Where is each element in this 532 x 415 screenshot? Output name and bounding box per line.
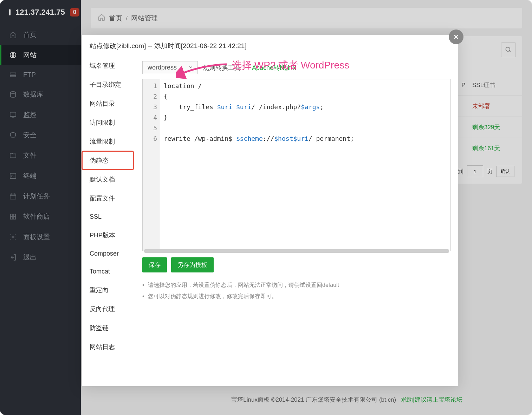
svg-rect-5 bbox=[10, 173, 16, 179]
sidebar-item-label: 网站 bbox=[23, 51, 37, 60]
select-value: wordpress bbox=[148, 64, 177, 71]
sidebar-item-folder[interactable]: 文件 bbox=[0, 145, 81, 166]
ssl-cell: 未部署 bbox=[472, 102, 514, 110]
tab-item[interactable]: 访问限制 bbox=[82, 113, 134, 132]
modal-content: wordpress 规则转换工具： Apache转Nginx 1 2 3 4 5… bbox=[134, 55, 458, 386]
sidebar-item-label: 终端 bbox=[23, 171, 37, 180]
ssl-cell: 剩余161天 bbox=[472, 144, 514, 152]
sidebar-item-label: FTP bbox=[23, 71, 36, 79]
crumb-page: 网站管理 bbox=[131, 14, 158, 23]
save-button[interactable]: 保存 bbox=[142, 257, 167, 272]
hints: 请选择您的应用，若设置伪静态后，网站无法正常访问，请尝试设置回default您可… bbox=[142, 279, 451, 302]
footer-link[interactable]: 求助|建议请上宝塔论坛 bbox=[401, 396, 462, 403]
monitor-icon bbox=[9, 111, 17, 119]
tab-item[interactable]: Tomcat bbox=[82, 263, 134, 281]
sidebar-item-label: 安全 bbox=[23, 131, 37, 140]
code-editor[interactable]: 1 2 3 4 5 6 location / { try_files $uri … bbox=[142, 79, 451, 251]
svg-rect-8 bbox=[13, 214, 15, 216]
tab-item[interactable]: SSL bbox=[82, 208, 134, 226]
home-icon bbox=[98, 13, 105, 23]
sidebar-item-label: 文件 bbox=[23, 151, 37, 160]
sidebar-item-calendar[interactable]: 计划任务 bbox=[0, 186, 81, 206]
footer-text: 宝塔Linux面板 ©2014-2021 广东堡塔安全技术有限公司 (bt.cn… bbox=[231, 396, 396, 403]
sidebar: 121.37.241.75 0 首页网站FTP数据库监控安全文件终端计划任务软件… bbox=[0, 0, 81, 415]
notification-badge[interactable]: 0 bbox=[70, 8, 79, 17]
tab-item[interactable]: PHP版本 bbox=[82, 226, 134, 245]
tab-item[interactable]: 反向代理 bbox=[82, 299, 134, 318]
svg-rect-7 bbox=[11, 214, 13, 216]
crumb-home[interactable]: 首页 bbox=[109, 14, 122, 23]
sidebar-item-label: 首页 bbox=[23, 30, 37, 39]
svg-point-11 bbox=[12, 236, 14, 238]
tab-item[interactable]: 默认文档 bbox=[82, 170, 134, 189]
breadcrumb: 首页 / 网站管理 bbox=[91, 8, 522, 28]
tab-item[interactable]: 域名管理 bbox=[82, 56, 134, 75]
search-button[interactable] bbox=[501, 42, 516, 57]
tab-item[interactable]: 伪静态 bbox=[82, 151, 134, 170]
calendar-icon bbox=[9, 192, 17, 200]
modal-tabs: 域名管理子目录绑定网站目录访问限制流量限制伪静态默认文档配置文件SSLPHP版本… bbox=[82, 55, 134, 386]
tab-item[interactable]: 防盗链 bbox=[82, 318, 134, 337]
database-icon bbox=[9, 91, 17, 98]
tab-item[interactable]: 网站目录 bbox=[82, 94, 134, 113]
globe-icon bbox=[9, 51, 17, 59]
server-ip: 121.37.241.75 bbox=[15, 8, 65, 17]
sidebar-item-label: 面板设置 bbox=[23, 232, 50, 242]
apps-icon bbox=[9, 213, 17, 220]
logout-icon bbox=[9, 253, 17, 261]
modal-title: 站点修改[zibll.com] -- 添加时间[2021-06-22 21:42… bbox=[82, 35, 458, 57]
footer: 宝塔Linux面板 ©2014-2021 广东堡塔安全技术有限公司 (bt.cn… bbox=[162, 396, 532, 404]
tab-item[interactable]: Composer bbox=[82, 245, 134, 263]
svg-rect-10 bbox=[13, 217, 15, 219]
pager-input[interactable] bbox=[467, 165, 483, 177]
shield-icon bbox=[9, 131, 17, 139]
svg-point-3 bbox=[11, 92, 16, 94]
site-edit-modal: 站点修改[zibll.com] -- 添加时间[2021-06-22 21:42… bbox=[82, 35, 458, 386]
sidebar-item-globe[interactable]: 网站 bbox=[0, 45, 81, 65]
save-as-template-button[interactable]: 另存为模板 bbox=[171, 257, 214, 272]
tab-item[interactable]: 子目录绑定 bbox=[82, 75, 134, 94]
col-ssl: SSL证书 bbox=[472, 81, 514, 89]
ssl-cell: 剩余329天 bbox=[472, 123, 514, 131]
sidebar-header: 121.37.241.75 0 bbox=[0, 0, 81, 25]
ftp-icon bbox=[9, 71, 17, 79]
tab-item[interactable]: 流量限制 bbox=[82, 132, 134, 151]
hint-item: 请选择您的应用，若设置伪静态后，网站无法正常访问，请尝试设置回default bbox=[142, 279, 451, 291]
svg-point-12 bbox=[506, 47, 510, 52]
sidebar-item-monitor[interactable]: 监控 bbox=[0, 105, 81, 125]
tab-item[interactable]: 重定向 bbox=[82, 281, 134, 299]
close-icon[interactable] bbox=[449, 29, 463, 44]
svg-rect-4 bbox=[10, 112, 16, 117]
code-text[interactable]: location / { try_files $uri $uri/ /index… bbox=[143, 79, 450, 144]
svg-rect-6 bbox=[10, 194, 16, 199]
sidebar-item-apps[interactable]: 软件商店 bbox=[0, 206, 81, 227]
svg-rect-9 bbox=[11, 217, 13, 219]
monitor-icon bbox=[9, 9, 11, 15]
sidebar-item-label: 数据库 bbox=[23, 90, 43, 99]
sidebar-item-label: 软件商店 bbox=[23, 212, 50, 221]
annotation-arrow-icon bbox=[176, 61, 228, 81]
sidebar-item-logout[interactable]: 退出 bbox=[0, 247, 81, 268]
sidebar-item-label: 监控 bbox=[23, 110, 37, 119]
gear-icon bbox=[9, 233, 17, 241]
hint-item: 您可以对伪静态规则进行修改，修改完后保存即可。 bbox=[142, 291, 451, 302]
svg-rect-1 bbox=[10, 73, 16, 74]
sidebar-item-shield[interactable]: 安全 bbox=[0, 125, 81, 145]
sidebar-item-ftp[interactable]: FTP bbox=[0, 65, 81, 84]
svg-rect-2 bbox=[10, 75, 16, 77]
folder-icon bbox=[9, 152, 17, 159]
sidebar-item-terminal[interactable]: 终端 bbox=[0, 166, 81, 186]
annotation-text: 选择 WP2 或者 WordPress bbox=[232, 59, 349, 72]
home-icon bbox=[9, 31, 17, 39]
editor-scrollbar[interactable] bbox=[144, 249, 449, 253]
pager-page-label: 页 bbox=[487, 167, 493, 176]
sidebar-item-database[interactable]: 数据库 bbox=[0, 84, 81, 105]
sidebar-item-home[interactable]: 首页 bbox=[0, 25, 81, 45]
tab-item[interactable]: 网站日志 bbox=[82, 337, 134, 356]
sidebar-item-gear[interactable]: 面板设置 bbox=[0, 227, 81, 247]
pager-confirm-button[interactable]: 确认 bbox=[496, 166, 514, 177]
terminal-icon bbox=[9, 172, 17, 180]
tab-item[interactable]: 配置文件 bbox=[82, 189, 134, 208]
line-numbers: 1 2 3 4 5 6 bbox=[143, 79, 160, 144]
crumb-separator: / bbox=[126, 14, 128, 22]
